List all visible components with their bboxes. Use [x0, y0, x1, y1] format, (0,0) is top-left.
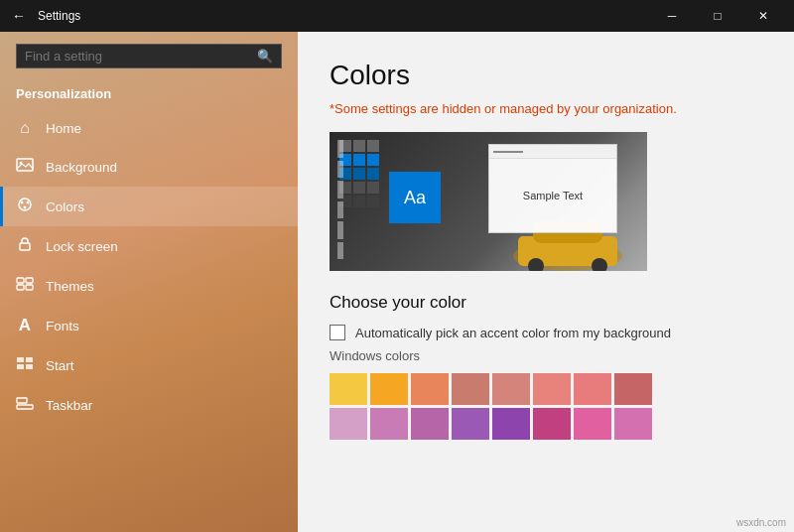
sample-text: Sample Text [523, 190, 583, 201]
colors-icon [16, 197, 34, 216]
color-grid [330, 373, 762, 440]
svg-rect-13 [17, 364, 24, 369]
svg-rect-11 [17, 357, 24, 362]
search-box[interactable]: 🔍 [16, 44, 282, 68]
choose-color-title: Choose your color [330, 293, 762, 313]
auto-accent-label: Automatically pick an accent color from … [355, 326, 671, 340]
preview-aa-box: Aa [389, 172, 441, 223]
sidebar-item-colors[interactable]: Colors [0, 187, 298, 226]
svg-rect-12 [26, 357, 33, 362]
color-swatch-magenta[interactable] [533, 408, 571, 440]
sidebar-item-start[interactable]: Start [0, 345, 298, 385]
app-title: Settings [38, 9, 80, 23]
color-row-2 [330, 408, 762, 440]
background-icon [16, 157, 34, 177]
sidebar-item-themes[interactable]: Themes [0, 266, 298, 306]
color-preview: Aa Sample Text [330, 132, 647, 271]
sidebar-item-lockscreen[interactable]: Lock screen [0, 226, 298, 266]
search-icon: 🔍 [257, 49, 273, 64]
close-button[interactable]: ✕ [740, 0, 786, 32]
color-swatch-rose[interactable] [492, 373, 530, 405]
preview-tile-grid [339, 140, 379, 207]
svg-point-3 [21, 201, 24, 204]
sidebar-label-colors: Colors [46, 200, 84, 214]
start-icon [16, 355, 34, 375]
home-icon: ⌂ [16, 119, 34, 137]
color-swatch-purple[interactable] [452, 408, 489, 440]
sidebar-label-start: Start [46, 358, 74, 373]
org-warning: *Some settings are hidden or managed by … [330, 101, 762, 116]
auto-accent-row: Automatically pick an accent color from … [330, 325, 762, 340]
color-swatch-yellow[interactable] [330, 373, 367, 405]
svg-rect-15 [17, 405, 33, 409]
svg-rect-9 [17, 285, 24, 290]
color-swatch-lavender[interactable] [330, 408, 367, 440]
color-swatch-brick[interactable] [614, 373, 652, 405]
preview-window: Sample Text [488, 144, 617, 233]
taskbar-icon [16, 395, 34, 415]
color-swatch-dusty-rose[interactable] [452, 373, 489, 405]
sidebar-label-home: Home [46, 121, 81, 136]
preview-window-content: Sample Text [489, 159, 616, 232]
preview-left-strip [337, 140, 343, 259]
title-bar: ← Settings ─ □ ✕ [0, 0, 794, 32]
app-body: 🔍 Personalization ⌂ Home Background Colo… [0, 32, 794, 532]
sidebar-label-lockscreen: Lock screen [46, 239, 118, 254]
back-button[interactable]: ← [8, 6, 30, 26]
sidebar: 🔍 Personalization ⌂ Home Background Colo… [0, 32, 298, 532]
maximize-button[interactable]: □ [695, 0, 740, 32]
lockscreen-icon [16, 236, 34, 256]
svg-rect-10 [26, 285, 33, 290]
search-input[interactable] [25, 49, 251, 64]
color-swatch-coral[interactable] [533, 373, 571, 405]
svg-point-4 [27, 201, 30, 204]
sidebar-label-taskbar: Taskbar [46, 398, 92, 413]
page-title: Colors [330, 60, 762, 91]
window-controls: ─ □ ✕ [649, 0, 786, 32]
color-row-1 [330, 373, 762, 405]
minimize-button[interactable]: ─ [649, 0, 695, 32]
sidebar-item-home[interactable]: ⌂ Home [0, 109, 298, 147]
main-content: Colors *Some settings are hidden or mana… [298, 32, 794, 532]
color-swatch-dark-purple[interactable] [492, 408, 530, 440]
color-swatch-pink[interactable] [574, 408, 611, 440]
svg-rect-6 [20, 243, 30, 250]
color-swatch-violet[interactable] [411, 408, 449, 440]
color-swatch-salmon[interactable] [411, 373, 449, 405]
sidebar-item-taskbar[interactable]: Taskbar [0, 385, 298, 425]
sidebar-item-fonts[interactable]: A Fonts [0, 306, 298, 345]
svg-rect-0 [17, 159, 33, 171]
color-swatch-orchid[interactable] [614, 408, 652, 440]
watermark: wsxdn.com [736, 517, 786, 528]
windows-colors-label: Windows colors [330, 348, 762, 363]
sidebar-label-fonts: Fonts [46, 319, 79, 333]
svg-rect-8 [26, 278, 33, 283]
themes-icon [16, 276, 34, 296]
svg-rect-16 [17, 398, 27, 403]
preview-window-line [493, 151, 523, 153]
svg-point-5 [24, 206, 27, 209]
svg-rect-14 [26, 364, 33, 369]
svg-rect-7 [17, 278, 24, 283]
color-swatch-orange[interactable] [370, 373, 408, 405]
sidebar-section-label: Personalization [0, 80, 298, 109]
fonts-icon: A [16, 316, 34, 335]
sidebar-item-background[interactable]: Background [0, 147, 298, 187]
sidebar-label-themes: Themes [46, 279, 94, 294]
preview-window-titlebar [489, 145, 616, 159]
color-swatch-light-red[interactable] [574, 373, 611, 405]
sidebar-label-background: Background [46, 160, 117, 175]
auto-accent-checkbox[interactable] [330, 325, 345, 340]
color-swatch-medium-purple[interactable] [370, 408, 408, 440]
title-bar-left: ← Settings [8, 6, 80, 26]
